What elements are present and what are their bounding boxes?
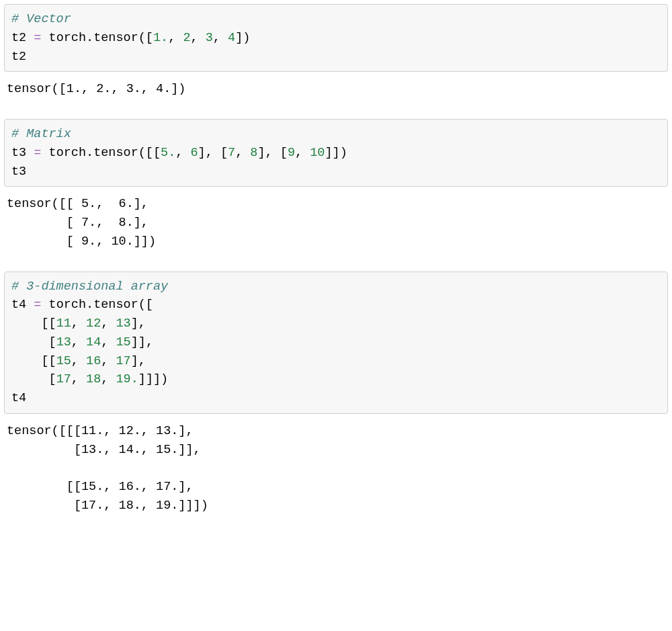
code-token-num: 9 [288, 146, 295, 160]
code-token-num: 8 [250, 146, 257, 160]
code-token-num: 3 [206, 31, 213, 45]
code-token-punc: , [71, 317, 86, 331]
code-token-punc: , [295, 146, 310, 160]
code-token-num: 16 [86, 354, 101, 368]
code-token-num: 15 [56, 354, 71, 368]
code-cell-output: tensor([1., 2., 3., 4.]) [4, 79, 668, 103]
code-token-punc: ], [131, 317, 153, 331]
code-token-punc: , [175, 146, 190, 160]
code-token-ident: torch.tensor([ [41, 298, 153, 312]
code-token-num: 5. [161, 146, 175, 160]
code-token-ident: t4 [11, 298, 34, 312]
code-token-ident: t3 [11, 146, 34, 160]
code-cell-input[interactable]: # Matrix t3 = torch.tensor([[5., 6], [7,… [4, 119, 668, 187]
code-token-num: 18 [86, 372, 101, 386]
code-token-punc: , [101, 354, 116, 368]
code-token-ident: [ [11, 372, 56, 386]
code-token-punc: , [168, 31, 183, 45]
code-token-num: 13 [56, 335, 71, 349]
code-token-punc: ]]]) [138, 372, 168, 386]
code-token-punc: ]]) [325, 146, 347, 160]
code-token-punc: ], [131, 354, 153, 368]
code-token-num: 11 [56, 317, 71, 331]
code-token-num: 12 [86, 317, 101, 331]
code-token-punc: , [191, 31, 206, 45]
code-token-num: 17 [116, 354, 131, 368]
code-cell-output: tensor([[[11., 12., 13.], [13., 14., 15.… [4, 421, 668, 519]
code-token-ident: t4 [11, 391, 26, 405]
code-token-punc: , [235, 146, 250, 160]
code-token-num: 7 [228, 146, 235, 160]
code-token-punc: ]], [131, 335, 161, 349]
code-token-num: 13 [116, 317, 131, 331]
code-token-op: = [34, 146, 41, 160]
code-token-ident: t2 [11, 50, 26, 64]
code-token-ident: [[ [11, 317, 56, 331]
code-token-comment: # Matrix [11, 127, 71, 141]
code-token-num: 2 [183, 31, 190, 45]
code-token-punc: ], [ [257, 146, 287, 160]
code-token-num: 4 [228, 31, 235, 45]
code-token-num: 15 [116, 335, 131, 349]
code-cell-input[interactable]: # Vector t2 = torch.tensor([1., 2, 3, 4]… [4, 4, 668, 72]
code-token-num: 6 [191, 146, 198, 160]
code-token-comment: # 3-dimensional array [11, 280, 168, 294]
code-cell-output: tensor([[ 5., 6.], [ 7., 8.], [ 9., 10.]… [4, 194, 668, 255]
code-token-num: 17 [56, 372, 71, 386]
code-token-punc: , [101, 372, 116, 386]
code-token-ident: torch.tensor([[ [41, 146, 161, 160]
code-token-num: 1. [153, 31, 168, 45]
code-token-ident: [[ [11, 354, 56, 368]
code-token-ident: t3 [11, 165, 26, 179]
code-token-num: 10 [310, 146, 325, 160]
code-token-ident: t2 [11, 31, 34, 45]
code-token-punc: , [71, 372, 86, 386]
code-token-ident: [ [11, 335, 56, 349]
code-token-punc: , [71, 335, 86, 349]
code-token-punc: , [101, 317, 116, 331]
code-cell-input[interactable]: # 3-dimensional array t4 = torch.tensor(… [4, 271, 668, 414]
code-token-op: = [34, 31, 41, 45]
code-token-punc: , [101, 335, 116, 349]
code-token-punc: ]) [235, 31, 250, 45]
code-token-punc: , [71, 354, 86, 368]
code-token-comment: # Vector [11, 12, 71, 26]
code-token-ident: torch.tensor([ [41, 31, 153, 45]
code-token-punc: ], [ [198, 146, 228, 160]
code-token-punc: , [213, 31, 228, 45]
code-token-num: 14 [86, 335, 101, 349]
code-token-op: = [34, 298, 41, 312]
code-token-num: 19. [116, 372, 138, 386]
